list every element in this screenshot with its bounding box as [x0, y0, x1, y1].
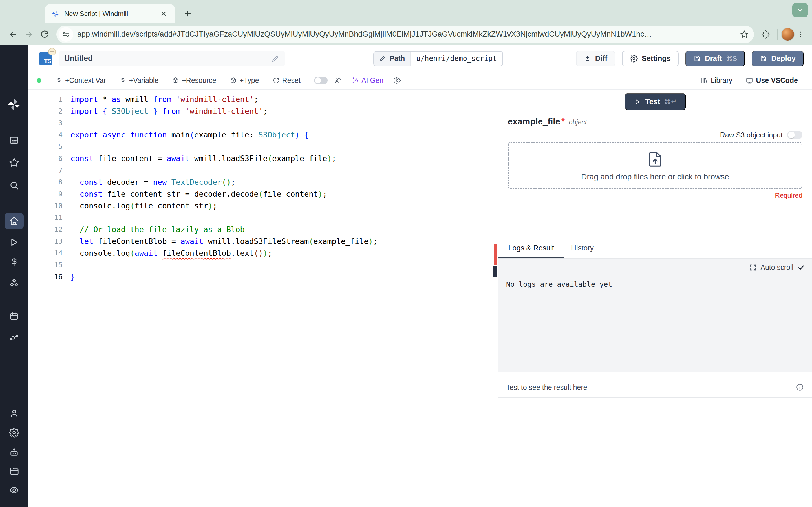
auto-scroll-control[interactable]: Auto scroll: [749, 263, 805, 272]
url-text[interactable]: app.windmill.dev/scripts/add#JTdCJTIyaGF…: [77, 30, 738, 39]
back-icon[interactable]: [5, 26, 21, 42]
tab-history[interactable]: History: [564, 244, 601, 258]
sidebar-item-settings[interactable]: [9, 428, 19, 438]
sidebar-item-runs[interactable]: [9, 237, 19, 247]
gear-icon: [630, 55, 638, 62]
code-line[interactable]: 1import * as wmill from 'windmill-client…: [28, 94, 498, 105]
script-path-chip[interactable]: Path u/henri/demo_script: [373, 51, 503, 66]
indent-guide: [79, 153, 79, 283]
code-line[interactable]: 2import { S3Object } from 'windmill-clie…: [28, 105, 498, 117]
sidebar-item-folders[interactable]: [9, 466, 19, 476]
sidebar-item-users[interactable]: [9, 408, 19, 418]
edit-pencil-icon[interactable]: [271, 54, 280, 63]
code-line[interactable]: 5: [28, 141, 498, 153]
script-header: TS Untitled Path u/henri/demo_script: [28, 45, 812, 72]
windmill-browser-window: New Script | Windmill app.windmill.dev/s…: [0, 0, 812, 507]
script-title: Untitled: [64, 54, 267, 63]
code-line[interactable]: 7: [28, 165, 498, 176]
reset-button[interactable]: Reset: [267, 74, 306, 87]
code-line[interactable]: 14 console.log(await fileContentBlob.tex…: [28, 247, 498, 259]
script-summary-input[interactable]: Untitled: [59, 51, 285, 66]
sidebar-item-variables[interactable]: [9, 257, 19, 267]
line-number: 15: [28, 259, 70, 271]
chrome-menu-icon[interactable]: [795, 27, 807, 41]
user-voice-icon: [334, 77, 341, 84]
ts-label: TS: [44, 58, 51, 64]
code-line[interactable]: 6const file_content = await wmill.loadS3…: [28, 153, 498, 165]
sidebar-item-apps[interactable]: [9, 135, 19, 145]
file-dropzone[interactable]: Drag and drop files here or click to bro…: [508, 142, 802, 189]
code-line[interactable]: 8 const decoder = new TextDecoder();: [28, 176, 498, 188]
tab-close-icon[interactable]: [158, 9, 168, 19]
settings-button[interactable]: Settings: [622, 51, 679, 66]
test-button[interactable]: Test ⌘↵: [624, 93, 686, 110]
auto-scroll-label: Auto scroll: [760, 263, 794, 272]
code-line[interactable]: 3: [28, 117, 498, 129]
ai-gen-button[interactable]: AI Gen: [346, 74, 389, 87]
tab-search-button[interactable]: [792, 3, 808, 17]
address-bar[interactable]: app.windmill.dev/scripts/add#JTdCJTIyaGF…: [56, 25, 754, 43]
extensions-puzzle-icon[interactable]: [758, 26, 774, 42]
info-icon[interactable]: [796, 383, 804, 392]
expand-icon: [749, 264, 756, 271]
use-vscode-button[interactable]: Use VSCode: [740, 74, 804, 87]
sidebar-item-flows[interactable]: [9, 332, 19, 342]
code-line[interactable]: 12 // Or load the file lazily as a Blob: [28, 224, 498, 235]
windmill-logo-icon[interactable]: [7, 98, 21, 112]
tab-logs-result[interactable]: Logs & Result: [498, 244, 564, 258]
code-editor[interactable]: 1import * as wmill from 'windmill-client…: [28, 90, 498, 507]
add-resource-button[interactable]: +Resource: [166, 74, 222, 87]
sidebar-item-schedules[interactable]: [9, 311, 19, 321]
library-button[interactable]: Library: [695, 74, 738, 87]
editor-toolbar: +Context Var +Variable +Resource +Type R…: [28, 72, 812, 90]
code-line[interactable]: 4export async function main(example_file…: [28, 129, 498, 141]
file-upload-icon: [646, 150, 665, 168]
no-logs-message: No logs are available yet: [506, 280, 804, 288]
new-tab-button[interactable]: [181, 6, 195, 21]
sidebar-item-search[interactable]: [9, 180, 19, 190]
add-context-var-button[interactable]: +Context Var: [50, 74, 112, 87]
profile-avatar[interactable]: [781, 27, 795, 41]
save-icon: [760, 55, 767, 62]
required-asterisk: *: [561, 117, 565, 127]
editor-settings-gear-icon[interactable]: [391, 74, 403, 87]
checkmark-icon: [797, 264, 805, 271]
sidebar-item-workers[interactable]: [9, 447, 19, 457]
line-number: 8: [28, 176, 70, 188]
add-variable-button[interactable]: +Variable: [114, 74, 164, 87]
forward-icon[interactable]: [21, 26, 37, 42]
line-number: 5: [28, 141, 70, 153]
logs-area: Auto scroll No logs are available yet: [498, 259, 812, 372]
sidebar-item-resources[interactable]: [9, 278, 19, 288]
editor-scrollbar-thumb[interactable]: [493, 267, 497, 277]
tab-title: New Script | Windmill: [64, 10, 154, 18]
code-line[interactable]: 9 const file_content_str = decoder.decod…: [28, 188, 498, 200]
code-line[interactable]: 10 console.log(file_content_str);: [28, 200, 498, 212]
code-line[interactable]: 13 let fileContentBlob = await wmill.loa…: [28, 235, 498, 247]
save-icon: [693, 55, 701, 62]
diff-button[interactable]: Diff: [576, 51, 615, 66]
runtime-status-dot: [37, 78, 42, 83]
deploy-button[interactable]: Deploy: [752, 51, 804, 66]
sidebar-item-favorites[interactable]: [9, 158, 19, 168]
result-hint: Test to see the result here: [506, 383, 587, 392]
raw-s3-toggle[interactable]: [787, 131, 802, 139]
bookmark-star-icon[interactable]: [738, 27, 751, 41]
multiplayer-users-icon: [332, 74, 343, 87]
code-line[interactable]: 16}: [28, 271, 498, 283]
code-line[interactable]: 11: [28, 212, 498, 224]
browser-tab[interactable]: New Script | Windmill: [45, 4, 175, 23]
line-number: 1: [28, 94, 70, 105]
sidebar-item-audit-logs[interactable]: [9, 485, 19, 495]
reload-icon[interactable]: [37, 26, 52, 42]
sidebar-item-home[interactable]: [4, 213, 24, 229]
line-number: 10: [28, 200, 70, 212]
site-settings-icon[interactable]: [59, 27, 73, 42]
package-icon: [230, 77, 237, 84]
line-number: 13: [28, 235, 70, 247]
typescript-language-badge[interactable]: TS: [39, 52, 52, 65]
code-line[interactable]: 15: [28, 259, 498, 271]
add-type-button[interactable]: +Type: [224, 74, 265, 87]
multiplayer-toggle[interactable]: [314, 76, 327, 84]
draft-button[interactable]: Draft ⌘S: [686, 51, 745, 66]
